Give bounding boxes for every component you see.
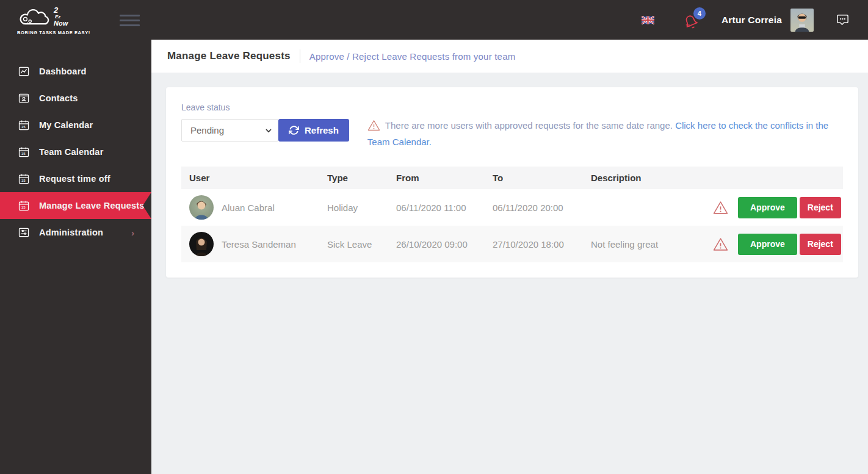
sidebar-item-dashboard[interactable]: Dashboard › bbox=[0, 58, 151, 85]
warning-triangle-icon bbox=[367, 120, 380, 135]
leave-to: 06/11/2020 20:00 bbox=[485, 203, 583, 213]
admin-icon bbox=[18, 226, 30, 239]
column-description: Description bbox=[583, 173, 705, 183]
calendar-icon: 15 bbox=[18, 172, 30, 185]
svg-text:15: 15 bbox=[21, 124, 26, 129]
conflict-warning-icon[interactable] bbox=[713, 201, 728, 215]
column-user: User bbox=[181, 173, 319, 183]
hamburger-menu-icon[interactable] bbox=[120, 15, 140, 29]
user-avatar[interactable] bbox=[790, 9, 814, 32]
approve-button[interactable]: Approve bbox=[738, 234, 797, 255]
calendar-icon: 15 bbox=[18, 118, 30, 132]
svg-text:15: 15 bbox=[21, 205, 26, 209]
refresh-icon bbox=[289, 125, 299, 135]
page-title: Manage Leave Requests bbox=[167, 50, 291, 62]
leave-description: Not feeling great bbox=[583, 239, 705, 250]
leave-from: 26/10/2020 09:00 bbox=[388, 239, 485, 250]
sidebar-item-administration[interactable]: Administration › bbox=[0, 219, 151, 246]
logo-wordmark: 2 Ez Now bbox=[54, 6, 68, 27]
leave-type: Sick Leave bbox=[319, 239, 388, 250]
cloud-logo-icon bbox=[17, 5, 52, 28]
feedback-chat-icon[interactable] bbox=[836, 13, 850, 27]
leave-requests-panel: Leave status Pending bbox=[166, 87, 858, 278]
svg-text:15: 15 bbox=[21, 151, 26, 156]
leave-from: 06/11/2020 11:00 bbox=[388, 203, 485, 213]
content-area: Leave status Pending bbox=[151, 73, 868, 474]
sidebar-item-team-calendar[interactable]: 15 Team Calendar › bbox=[0, 138, 151, 165]
notifications-bell-icon[interactable]: 4 bbox=[684, 11, 700, 29]
language-flag-icon[interactable] bbox=[642, 16, 654, 24]
sidebar-item-request-time-off[interactable]: 15 Request time off › bbox=[0, 165, 151, 192]
brand-tagline: BORING TASKS MADE EASY! bbox=[17, 30, 151, 35]
leave-type: Holiday bbox=[319, 203, 388, 213]
user-name: Aluan Cabral bbox=[222, 203, 275, 213]
user-name: Teresa Sandeman bbox=[222, 239, 296, 250]
user-name[interactable]: Artur Correia bbox=[722, 15, 782, 26]
sidebar: Dashboard › Contacts › 15 My Calendar › … bbox=[0, 40, 151, 474]
table-row: Teresa Sandeman Sick Leave 26/10/2020 09… bbox=[181, 226, 843, 262]
alert-text: There are more users with approved reque… bbox=[385, 120, 673, 131]
leave-status-label: Leave status bbox=[181, 102, 349, 112]
dashboard-icon bbox=[18, 65, 30, 78]
calendar-icon: 15 bbox=[18, 199, 30, 212]
leave-status-select[interactable]: Pending bbox=[181, 119, 278, 142]
notification-count-badge: 4 bbox=[693, 7, 706, 20]
sidebar-item-contacts[interactable]: Contacts › bbox=[0, 85, 151, 112]
page-subtitle: Approve / Reject Leave Requests from you… bbox=[309, 51, 516, 62]
conflict-warning-icon[interactable] bbox=[713, 237, 728, 251]
svg-text:15: 15 bbox=[21, 178, 26, 182]
reject-button[interactable]: Reject bbox=[800, 234, 841, 255]
reject-button[interactable]: Reject bbox=[800, 197, 841, 218]
chevron-right-icon: › bbox=[131, 228, 134, 238]
calendar-icon: 15 bbox=[18, 145, 30, 159]
column-to: To bbox=[485, 173, 583, 183]
conflict-alert: There are more users with approved reque… bbox=[367, 118, 843, 149]
header-divider bbox=[300, 49, 300, 63]
contacts-icon bbox=[18, 92, 30, 105]
leave-requests-table: User Type From To Description Aluan Cabr… bbox=[181, 167, 843, 262]
sidebar-item-my-calendar[interactable]: 15 My Calendar › bbox=[0, 112, 151, 138]
page-header: Manage Leave Requests Approve / Reject L… bbox=[151, 40, 868, 73]
approve-button[interactable]: Approve bbox=[738, 197, 797, 218]
leave-to: 27/10/2020 18:00 bbox=[485, 239, 583, 250]
sidebar-item-manage-leave-requests[interactable]: 15 Manage Leave Requests › bbox=[0, 192, 151, 219]
user-avatar bbox=[189, 195, 214, 220]
table-row: Aluan Cabral Holiday 06/11/2020 11:00 06… bbox=[181, 189, 843, 226]
user-avatar bbox=[189, 232, 214, 256]
column-from: From bbox=[388, 173, 485, 183]
topbar: 2 Ez Now BORING TASKS MADE EASY! 4 bbox=[0, 0, 868, 40]
refresh-button[interactable]: Refresh bbox=[278, 119, 349, 142]
table-header-row: User Type From To Description bbox=[181, 167, 843, 189]
column-type: Type bbox=[319, 173, 388, 183]
